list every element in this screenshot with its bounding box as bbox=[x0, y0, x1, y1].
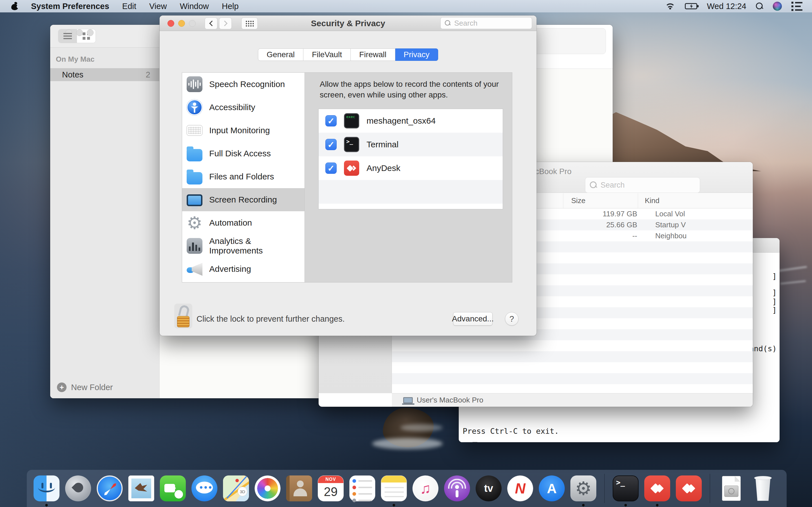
sidebar-item-label: Screen Recording bbox=[209, 195, 277, 205]
dock-maps-icon[interactable]: 3D bbox=[222, 474, 250, 503]
back-button[interactable] bbox=[205, 17, 217, 29]
dock-appstore-icon[interactable]: A bbox=[538, 474, 566, 503]
app-row-terminal[interactable]: ✓ >_ Terminal bbox=[319, 133, 503, 156]
dock-launchpad-icon[interactable] bbox=[64, 474, 92, 503]
dock-podcasts-icon[interactable] bbox=[443, 474, 471, 503]
dock-photos-icon[interactable] bbox=[253, 474, 282, 503]
dock-finder-icon[interactable] bbox=[33, 474, 61, 503]
sidebar-item-accessibility[interactable]: Accessibility bbox=[182, 96, 305, 119]
sidebar-item-files-and-folders[interactable]: Files and Folders bbox=[182, 165, 305, 188]
chevron-right-icon bbox=[222, 20, 227, 26]
dock-reminders-icon[interactable] bbox=[348, 474, 376, 503]
meshagent-checkbox[interactable]: ✓ bbox=[325, 115, 337, 126]
finder-status-bar: User's MacBook Pro bbox=[392, 393, 753, 407]
notes-folder-label: Notes bbox=[62, 70, 84, 79]
sidebar-item-advertising[interactable]: Advertising bbox=[182, 258, 305, 281]
preferences-search-input[interactable] bbox=[454, 19, 522, 27]
menu-help[interactable]: Help bbox=[222, 2, 239, 11]
app-row-anydesk[interactable]: ✓ AnyDesk bbox=[319, 156, 503, 180]
sidebar-item-automation[interactable]: ⚙ Automation bbox=[182, 211, 305, 234]
notification-center-icon[interactable] bbox=[792, 2, 802, 11]
menu-bar: System Preferences Edit View Window Help… bbox=[0, 0, 812, 12]
dock-system-preferences-icon[interactable]: ⚙ bbox=[569, 474, 598, 503]
sidebar-item-label: Accessibility bbox=[209, 103, 255, 112]
dock-contacts-icon[interactable] bbox=[285, 474, 313, 503]
dock-facetime-icon[interactable] bbox=[159, 474, 187, 503]
sidebar-item-input-monitoring[interactable]: Input Monitoring bbox=[182, 119, 305, 142]
dock-anydesk-icon[interactable] bbox=[643, 474, 671, 503]
menu-view[interactable]: View bbox=[149, 2, 167, 11]
dock-notes-icon[interactable] bbox=[380, 474, 408, 503]
terminal-fragment: ] bbox=[772, 297, 777, 306]
new-folder-label: New Folder bbox=[71, 383, 113, 392]
sidebar-item-speech-recognition[interactable]: Speech Recognition bbox=[182, 73, 305, 96]
megaphone-icon bbox=[187, 261, 202, 277]
lock-hint-text: Click the lock to prevent further change… bbox=[197, 314, 345, 324]
show-all-button[interactable] bbox=[241, 17, 258, 29]
tab-general[interactable]: General bbox=[258, 48, 304, 61]
notes-folder-count: 2 bbox=[146, 70, 150, 79]
sidebar-item-label: Full Disk Access bbox=[209, 149, 271, 158]
app-row-meshagent[interactable]: ✓ exec meshagent_osx64 bbox=[319, 109, 503, 133]
search-icon bbox=[445, 20, 451, 26]
notes-sidebar: On My Mac Notes 2 + New Folder bbox=[50, 47, 160, 398]
keyboard-icon bbox=[187, 125, 202, 136]
advanced-button[interactable]: Advanced... bbox=[453, 312, 493, 326]
siri-icon[interactable] bbox=[773, 2, 782, 11]
sidebar-item-label: Speech Recognition bbox=[209, 79, 285, 89]
dock-safari-icon[interactable] bbox=[96, 474, 124, 503]
wifi-icon[interactable] bbox=[665, 2, 675, 10]
menu-clock[interactable]: Wed 12:24 bbox=[707, 2, 746, 11]
dock-anydesk2-icon[interactable] bbox=[675, 474, 703, 503]
dock-trash-icon[interactable] bbox=[749, 474, 777, 503]
terminal-prompt: ^N bbox=[463, 442, 472, 443]
anydesk-checkbox[interactable]: ✓ bbox=[325, 163, 337, 174]
dock-tv-icon[interactable]: tv bbox=[474, 474, 503, 503]
dock-mail-icon[interactable] bbox=[127, 474, 155, 503]
menu-window[interactable]: Window bbox=[180, 2, 209, 11]
zoom-button[interactable] bbox=[189, 20, 196, 27]
security-titlebar[interactable]: Security & Privacy bbox=[160, 15, 537, 31]
column-header-kind[interactable]: Kind bbox=[638, 193, 753, 208]
terminal-prompt-line: ^N bbox=[463, 442, 477, 442]
notes-folder-row[interactable]: Notes 2 bbox=[50, 68, 159, 81]
dock-calendar-icon[interactable]: NOV29 bbox=[317, 474, 345, 503]
status-location: User's MacBook Pro bbox=[417, 396, 483, 404]
dock-music-icon[interactable]: ♫ bbox=[411, 474, 440, 503]
finder-search-input[interactable] bbox=[601, 181, 685, 189]
sidebar-item-full-disk-access[interactable]: Full Disk Access bbox=[182, 142, 305, 165]
forward-button[interactable] bbox=[219, 17, 232, 29]
cell-kind: Startup V bbox=[637, 221, 686, 229]
dock-news-icon[interactable]: N bbox=[506, 474, 534, 503]
zoom-button[interactable] bbox=[87, 29, 94, 36]
preferences-search-field[interactable] bbox=[441, 17, 532, 29]
sidebar-item-label: Analytics & Improvements bbox=[209, 236, 305, 256]
new-folder-button[interactable]: + New Folder bbox=[50, 383, 113, 392]
dock-disk-image-icon[interactable] bbox=[717, 474, 745, 503]
menu-app-name[interactable]: System Preferences bbox=[31, 2, 109, 11]
privacy-category-list: Speech Recognition Accessibility Input M… bbox=[182, 73, 305, 282]
terminal-line: Press Ctrl-C to exit. bbox=[463, 427, 559, 436]
dock-messages-icon[interactable] bbox=[190, 474, 218, 503]
sidebar-item-screen-recording[interactable]: Screen Recording bbox=[182, 188, 305, 211]
minimize-button[interactable] bbox=[178, 20, 185, 27]
tab-filevault[interactable]: FileVault bbox=[303, 48, 351, 61]
notes-sidebar-header: On My Mac bbox=[50, 48, 159, 64]
help-button[interactable]: ? bbox=[505, 312, 518, 326]
tab-firewall[interactable]: Firewall bbox=[351, 48, 395, 61]
security-privacy-window: Security & Privacy General FileVault Fir… bbox=[160, 15, 537, 336]
apple-menu[interactable] bbox=[11, 2, 18, 10]
sidebar-item-analytics[interactable]: Analytics & Improvements bbox=[182, 234, 305, 258]
menu-edit[interactable]: Edit bbox=[122, 2, 136, 11]
dock-terminal-icon[interactable]: >_ bbox=[612, 474, 640, 503]
battery-charging-icon[interactable] bbox=[685, 3, 697, 9]
terminal-checkbox[interactable]: ✓ bbox=[325, 139, 337, 150]
minimize-button[interactable] bbox=[76, 29, 83, 36]
sidebar-item-label: Files and Folders bbox=[209, 172, 274, 181]
cell-size: -- bbox=[569, 231, 637, 240]
spotlight-icon[interactable] bbox=[756, 3, 763, 10]
tab-privacy[interactable]: Privacy bbox=[395, 48, 439, 61]
finder-search-field[interactable] bbox=[585, 177, 700, 193]
column-header-size[interactable]: Size bbox=[563, 193, 638, 208]
close-button[interactable] bbox=[167, 20, 174, 27]
